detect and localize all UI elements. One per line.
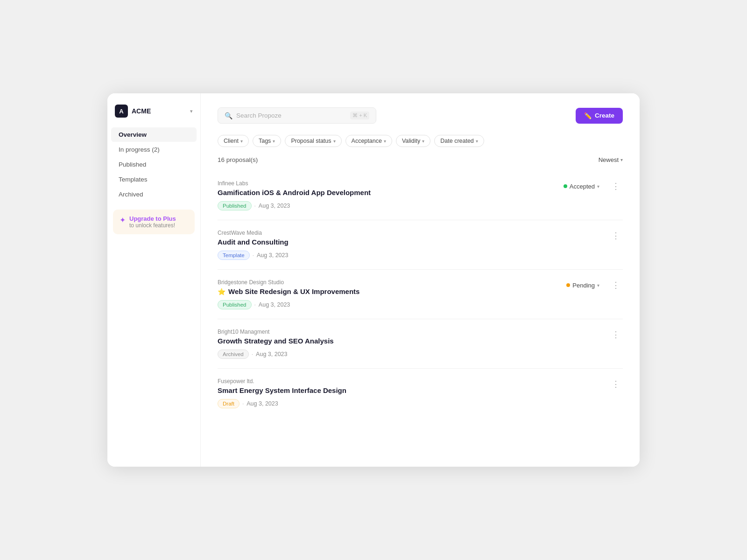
more-options-button[interactable]: ⋮ xyxy=(609,180,623,192)
card-actions: Accepted ▾ ⋮ xyxy=(560,180,623,192)
proposal-title: Gamification iOS & Android App Developme… xyxy=(218,189,371,196)
proposal-title-row: Smart Energy System Interface Design xyxy=(218,386,609,394)
sidebar-item-templates[interactable]: Templates xyxy=(111,172,197,187)
card-top: CrestWave Media Audit and Consulting Tem… xyxy=(218,230,623,260)
card-meta: Archived · Aug 3, 2023 xyxy=(218,350,609,359)
proposal-date: Aug 3, 2023 xyxy=(257,252,288,259)
client-name: Bright10 Managment xyxy=(218,329,609,335)
filter-label: Client xyxy=(224,138,239,144)
card-actions: ⋮ xyxy=(609,329,623,341)
status-label: Accepted xyxy=(570,183,595,190)
filter-client[interactable]: Client▾ xyxy=(218,135,249,147)
card-content: CrestWave Media Audit and Consulting Tem… xyxy=(218,230,609,260)
sidebar-item-archived[interactable]: Archived xyxy=(111,187,197,202)
status-chevron-icon: ▾ xyxy=(597,283,599,288)
proposal-title: Web Site Redesign & UX Improvements xyxy=(228,287,359,295)
filter-chevron-icon: ▾ xyxy=(240,139,243,144)
more-options-button[interactable]: ⋮ xyxy=(609,230,623,242)
filter-date-created[interactable]: Date created▾ xyxy=(434,135,484,147)
card-meta: Template · Aug 3, 2023 xyxy=(218,251,609,260)
card-content: Fusepower ltd. Smart Energy System Inter… xyxy=(218,378,609,408)
filter-chevron-icon: ▾ xyxy=(476,139,478,144)
upgrade-title: Upgrade to Plus xyxy=(129,215,176,222)
search-box[interactable]: 🔍 Search Propoze ⌘ + K xyxy=(218,107,376,124)
create-button[interactable]: ✏️ Create xyxy=(576,108,623,124)
create-icon: ✏️ xyxy=(584,112,592,119)
proposals-count: 16 proposal(s) xyxy=(218,156,258,163)
card-meta: Published · Aug 3, 2023 xyxy=(218,201,560,210)
more-options-button[interactable]: ⋮ xyxy=(609,329,623,341)
status-badge: Draft xyxy=(218,399,240,408)
card-content: Bridgestone Design Studio ⭐ Web Site Red… xyxy=(218,279,563,309)
card-content: Infinee Labs Gamification iOS & Android … xyxy=(218,180,560,210)
status-button[interactable]: Pending ▾ xyxy=(563,280,603,291)
app-window: A ACME ▾ OverviewIn progress (2)Publishe… xyxy=(107,93,640,467)
meta-separator: · xyxy=(253,252,254,259)
sort-label: Newest xyxy=(599,156,619,163)
main-content: 🔍 Search Propoze ⌘ + K ✏️ Create Client▾… xyxy=(201,93,640,467)
client-name: Fusepower ltd. xyxy=(218,378,609,385)
search-shortcut: ⌘ + K xyxy=(350,112,369,119)
card-actions: ⋮ xyxy=(609,378,623,390)
brand-logo[interactable]: A ACME ▾ xyxy=(107,103,200,127)
card-top: Bright10 Managment Growth Strategy and S… xyxy=(218,329,623,359)
sidebar: A ACME ▾ OverviewIn progress (2)Publishe… xyxy=(107,93,201,467)
filter-label: Acceptance xyxy=(352,138,382,144)
proposals-header: 16 proposal(s) Newest ▾ xyxy=(218,156,623,163)
proposal-title-row: Gamification iOS & Android App Developme… xyxy=(218,189,560,196)
status-badge: Template xyxy=(218,251,250,260)
filter-label: Validity xyxy=(402,138,420,144)
card-actions: ⋮ xyxy=(609,230,623,242)
card-actions: Pending ▾ ⋮ xyxy=(563,279,623,291)
card-top: Bridgestone Design Studio ⭐ Web Site Red… xyxy=(218,279,623,309)
status-badge: Published xyxy=(218,300,252,309)
proposal-date: Aug 3, 2023 xyxy=(259,301,290,308)
proposal-title-row: Audit and Consulting xyxy=(218,238,609,246)
top-bar: 🔍 Search Propoze ⌘ + K ✏️ Create xyxy=(218,107,623,124)
filter-label: Date created xyxy=(440,138,474,144)
filter-label: Proposal status xyxy=(291,138,331,144)
brand-name: ACME xyxy=(132,107,186,115)
proposal-title-row: Growth Strategy and SEO Analysis xyxy=(218,337,609,345)
sidebar-item-overview[interactable]: Overview xyxy=(111,127,197,142)
filter-chevron-icon: ▾ xyxy=(384,139,386,144)
filter-tags[interactable]: Tags▾ xyxy=(253,135,281,147)
status-badge: Archived xyxy=(218,350,249,359)
filter-validity[interactable]: Validity▾ xyxy=(396,135,430,147)
sidebar-nav: OverviewIn progress (2)PublishedTemplate… xyxy=(107,127,200,202)
proposal-title: Smart Energy System Interface Design xyxy=(218,386,346,394)
filter-chevron-icon: ▾ xyxy=(333,139,336,144)
upgrade-subtitle: to unlock features! xyxy=(129,222,176,229)
status-chevron-icon: ▾ xyxy=(597,184,599,189)
sidebar-item-inprogress2[interactable]: In progress (2) xyxy=(111,142,197,157)
proposal-date: Aug 3, 2023 xyxy=(259,203,290,209)
proposal-card: Infinee Labs Gamification iOS & Android … xyxy=(218,171,623,220)
status-dot xyxy=(564,184,567,188)
status-dot xyxy=(566,283,570,287)
search-placeholder: Search Propoze xyxy=(236,112,346,119)
upgrade-banner[interactable]: ✦ Upgrade to Plus to unlock features! xyxy=(113,210,195,234)
filter-label: Tags xyxy=(259,138,271,144)
card-top: Fusepower ltd. Smart Energy System Inter… xyxy=(218,378,623,408)
filter-chevron-icon: ▾ xyxy=(422,139,424,144)
more-options-button[interactable]: ⋮ xyxy=(609,279,623,291)
card-content: Bright10 Managment Growth Strategy and S… xyxy=(218,329,609,359)
card-meta: Draft · Aug 3, 2023 xyxy=(218,399,609,408)
more-options-button[interactable]: ⋮ xyxy=(609,378,623,390)
filter-proposal-status[interactable]: Proposal status▾ xyxy=(285,135,341,147)
meta-separator: · xyxy=(242,400,244,407)
proposal-title: Growth Strategy and SEO Analysis xyxy=(218,337,334,345)
status-button[interactable]: Accepted ▾ xyxy=(560,181,603,192)
starred-icon: ⭐ xyxy=(218,288,226,295)
card-top: Infinee Labs Gamification iOS & Android … xyxy=(218,180,623,210)
status-badge: Published xyxy=(218,201,252,210)
sort-chevron-icon: ▾ xyxy=(620,157,623,162)
proposal-title: Audit and Consulting xyxy=(218,238,289,246)
client-name: Bridgestone Design Studio xyxy=(218,279,563,286)
sort-button[interactable]: Newest ▾ xyxy=(599,156,623,163)
sidebar-item-published[interactable]: Published xyxy=(111,157,197,172)
filter-acceptance[interactable]: Acceptance▾ xyxy=(345,135,392,147)
create-label: Create xyxy=(595,112,614,119)
search-icon: 🔍 xyxy=(225,112,233,119)
brand-icon: A xyxy=(115,105,128,118)
